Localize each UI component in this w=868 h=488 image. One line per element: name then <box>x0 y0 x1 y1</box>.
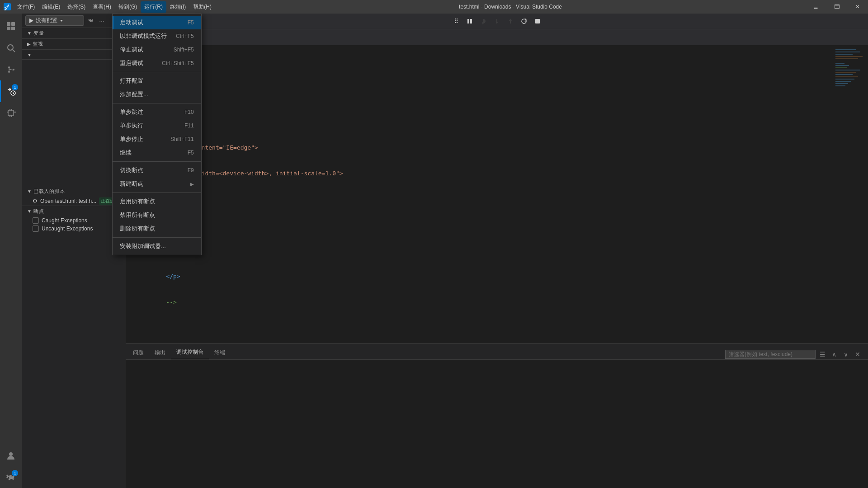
menu-item-step-out[interactable]: 单步停止 Shift+F11 <box>113 132 201 146</box>
svg-rect-27 <box>835 56 863 57</box>
variables-section[interactable]: ▼ 变量 <box>22 28 126 38</box>
menu-item-start-debug[interactable]: 启动调试 F5 <box>113 16 201 29</box>
menu-item-restart-debug[interactable]: 重启调试 Ctrl+Shift+F5 <box>113 56 201 70</box>
svg-rect-1 <box>7 22 10 26</box>
menu-view[interactable]: 查看(H) <box>89 1 115 13</box>
chevron-down-icon: ▼ <box>27 31 32 36</box>
panel-close-icon[interactable]: ✕ <box>853 349 863 359</box>
menu-select[interactable]: 选择(S) <box>64 1 89 13</box>
run-dropdown-menu: 启动调试 F5 以非调试模式运行 Ctrl+F5 停止调试 Shift+F5 重… <box>112 14 202 255</box>
code-line <box>148 92 832 100</box>
more-actions-icon-btn[interactable]: ··· <box>97 16 107 26</box>
activity-explorer[interactable] <box>0 15 22 37</box>
separator-5 <box>113 237 201 238</box>
menu-item-stop-debug[interactable]: 停止调试 Shift+F5 <box>113 43 201 56</box>
svg-rect-30 <box>835 65 849 66</box>
tab-problems[interactable]: 问题 <box>127 346 149 359</box>
panel-filter-input[interactable] <box>725 350 816 359</box>
close-button[interactable]: ✕ <box>847 0 868 14</box>
menu-item-enable-all[interactable]: 启用所有断点 <box>113 195 201 208</box>
watch-label: 监视 <box>33 41 43 47</box>
menu-bar: 文件(F) 编辑(E) 选择(S) 查看(H) 转到(G) 运行(R) 终端(I… <box>14 1 215 13</box>
code-line <box>148 66 832 75</box>
menu-item-step-into[interactable]: 单步执行 F11 <box>113 119 201 132</box>
menu-run[interactable]: 运行(R) <box>141 1 166 13</box>
call-stack-section[interactable]: ▼ <box>22 51 126 59</box>
menu-item-remove-all[interactable]: 删除所有断点 <box>113 222 201 235</box>
menu-file[interactable]: 文件(F) <box>14 1 38 13</box>
maximize-button[interactable]: 🗖 <box>826 0 847 14</box>
panel-list-icon[interactable]: ☰ <box>817 349 827 359</box>
activity-settings[interactable]: 1 <box>0 466 22 488</box>
activity-account[interactable] <box>0 445 22 466</box>
titlebar-left: 文件(F) 编辑(E) 选择(S) 查看(H) 转到(G) 运行(R) 终端(I… <box>0 1 215 13</box>
svg-rect-39 <box>835 85 845 86</box>
menu-item-run-no-debug[interactable]: 以非调试模式运行 Ctrl+F5 <box>113 29 201 43</box>
activity-debug[interactable]: 1 <box>0 80 22 102</box>
svg-rect-2 <box>11 22 15 26</box>
uncaught-exceptions-item[interactable]: Uncaught Exceptions <box>22 225 126 233</box>
caught-exceptions-checkbox[interactable] <box>33 217 39 224</box>
activity-source-control[interactable] <box>0 59 22 80</box>
code-content[interactable]: Compatible" content="IE=edge"> content="… <box>148 45 832 343</box>
panel-expand-icon[interactable]: ∨ <box>841 349 851 359</box>
menu-item-install-debuggers[interactable]: 安装附加调试器... <box>113 239 201 253</box>
minimize-button[interactable]: 🗕 <box>806 0 826 14</box>
menu-terminal[interactable]: 终端(I) <box>166 1 189 13</box>
menu-edit[interactable]: 编辑(E) <box>38 1 64 13</box>
tab-debug-console[interactable]: 调试控制台 <box>171 346 209 359</box>
minimap <box>832 45 868 343</box>
menu-item-disable-all[interactable]: 禁用所有断点 <box>113 208 201 222</box>
debug-layout-button[interactable]: ⠿ <box>450 15 462 28</box>
code-line <box>148 195 832 203</box>
separator-2 <box>113 103 201 103</box>
debug-stop-button[interactable] <box>531 15 544 28</box>
svg-rect-29 <box>835 63 844 64</box>
menu-goto[interactable]: 转到(G) <box>115 1 141 13</box>
debug-restart-button[interactable] <box>518 15 530 28</box>
menu-item-toggle-breakpoint[interactable]: 切换断点 F9 <box>113 164 201 177</box>
window-controls: 🗕 🗖 ✕ <box>806 0 868 14</box>
debug-step-over-button[interactable] <box>477 15 490 28</box>
menu-item-add-config[interactable]: 添加配置... <box>113 88 201 101</box>
menu-item-continue[interactable]: 继续 F5 <box>113 146 201 160</box>
activity-bottom: 1 <box>0 445 22 488</box>
panel-tabs: 问题 输出 调试控制台 终端 ☰ ∧ ∨ ✕ <box>126 344 868 360</box>
menu-item-new-breakpoint[interactable]: 新建断点 ▶ <box>113 177 201 191</box>
svg-rect-37 <box>835 81 851 82</box>
activity-search[interactable] <box>0 37 22 59</box>
minimap-content <box>832 45 868 49</box>
loaded-script-item[interactable]: ⚙ Open test.html: test.h... 正在运行 <box>22 197 126 206</box>
titlebar: 文件(F) 编辑(E) 选择(S) 查看(H) 转到(G) 运行(R) 终端(I… <box>0 0 868 14</box>
svg-marker-13 <box>29 19 33 23</box>
settings-badge: 1 <box>12 470 18 476</box>
svg-rect-24 <box>835 49 856 50</box>
caught-exceptions-item[interactable]: Caught Exceptions <box>22 216 126 225</box>
debug-step-out-button[interactable] <box>504 15 517 28</box>
svg-line-6 <box>13 50 15 52</box>
variables-label: 变量 <box>33 30 44 37</box>
activity-extensions[interactable] <box>0 102 22 124</box>
svg-rect-11 <box>8 110 14 116</box>
svg-marker-21 <box>509 19 512 21</box>
tab-terminal[interactable]: 终端 <box>209 346 231 359</box>
panel-collapse-icon[interactable]: ∧ <box>829 349 839 359</box>
code-line: --> <box>148 298 832 306</box>
menu-item-open-config[interactable]: 打开配置 <box>113 74 201 88</box>
caught-exceptions-label: Caught Exceptions <box>42 217 87 224</box>
tab-output[interactable]: 输出 <box>149 346 171 359</box>
debug-config-dropdown[interactable]: 没有配置 <box>25 15 84 26</box>
svg-point-12 <box>9 452 13 456</box>
sidebar: 没有配置 ··· ▼ 变量 ▶ 监视 ▼ <box>22 14 126 488</box>
loaded-scripts-section[interactable]: ▼ 已载入的脚本 <box>22 186 126 197</box>
menu-item-step-over[interactable]: 单步跳过 F10 <box>113 105 201 119</box>
breakpoints-section[interactable]: ▼ 断点 <box>22 206 126 216</box>
watch-section[interactable]: ▶ 监视 <box>22 39 126 49</box>
gear-icon-btn[interactable] <box>86 16 96 26</box>
menu-help[interactable]: 帮助(H) <box>189 1 215 13</box>
uncaught-exceptions-checkbox[interactable] <box>33 225 39 232</box>
activity-bar: 1 1 <box>0 14 22 488</box>
debug-pause-button[interactable] <box>463 15 476 28</box>
svg-marker-19 <box>495 22 498 24</box>
debug-step-into-button[interactable] <box>491 15 503 28</box>
